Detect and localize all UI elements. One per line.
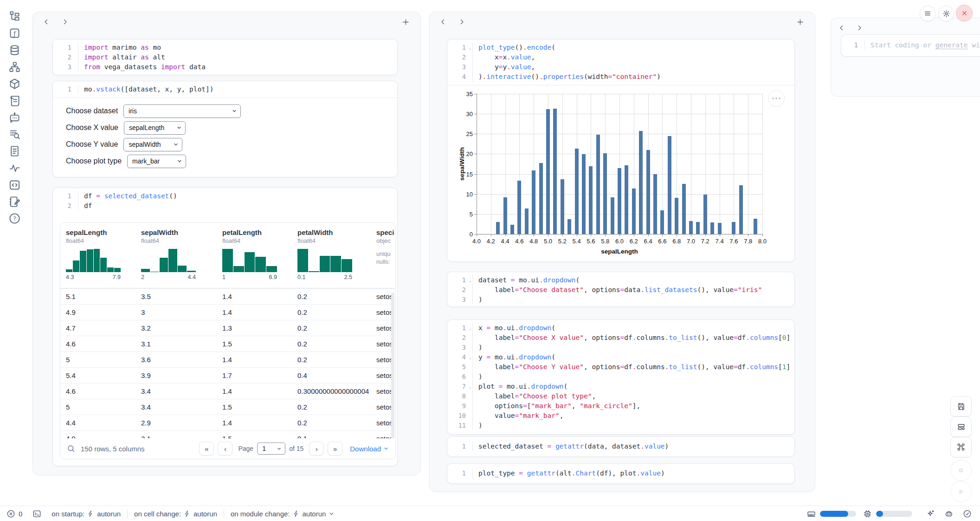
panel-prev-icon[interactable] bbox=[439, 18, 447, 26]
run-icon[interactable] bbox=[950, 481, 972, 502]
code-snippet-icon[interactable] bbox=[8, 179, 21, 191]
add-cell-icon[interactable] bbox=[401, 18, 410, 26]
table-row[interactable]: 5.13.51.40.2setos bbox=[60, 288, 395, 304]
generate-link[interactable]: generate bbox=[935, 41, 968, 49]
chart-bar[interactable] bbox=[668, 136, 671, 234]
table-row[interactable]: 53.41.50.2setos bbox=[60, 399, 395, 415]
table-row[interactable]: 53.61.40.2setos bbox=[60, 352, 395, 367]
code-line[interactable]: 4⌄y = mo.ui.dropdown( bbox=[447, 352, 794, 362]
chart-bar[interactable] bbox=[603, 153, 607, 234]
code-line[interactable]: 2import altair as alt bbox=[53, 52, 397, 62]
chart-bar[interactable] bbox=[589, 166, 593, 234]
search-icon[interactable] bbox=[67, 444, 75, 453]
code-line[interactable]: 1df = selected_dataset() bbox=[53, 191, 397, 201]
chart-bar[interactable] bbox=[517, 181, 521, 234]
chart-bar[interactable] bbox=[618, 168, 621, 234]
code-line[interactable]: 6) bbox=[447, 372, 794, 382]
code-line[interactable]: 11) bbox=[447, 421, 794, 430]
column-header[interactable]: sepalLengthfloat644.37.9 bbox=[60, 223, 135, 288]
table-row[interactable]: 4.63.41.40.30000000000000004setos bbox=[60, 383, 395, 399]
code-line[interactable]: 2 label="Choose X value", options=df.col… bbox=[447, 333, 794, 343]
altair-bar-chart[interactable]: 4.04.24.44.64.85.05.25.45.65.86.06.26.46… bbox=[452, 88, 780, 256]
autorun-setting-1[interactable]: on startup:autorun bbox=[52, 510, 121, 518]
code-line[interactable]: 3) bbox=[447, 343, 794, 352]
tracing-icon[interactable] bbox=[8, 162, 21, 175]
ai-sparkles-icon[interactable] bbox=[926, 509, 935, 518]
dropdown-select-sepalWidth[interactable]: sepalWidth bbox=[123, 138, 182, 151]
chart-bar[interactable] bbox=[567, 219, 571, 234]
chart-bar[interactable] bbox=[561, 179, 564, 234]
chart-bar[interactable] bbox=[553, 109, 557, 234]
autorun-setting-3[interactable]: on module change:autorun bbox=[231, 510, 335, 518]
help-icon[interactable]: ? bbox=[8, 212, 21, 225]
table-row[interactable]: 4.931.40.2setos bbox=[60, 304, 395, 320]
menu-icon[interactable] bbox=[920, 6, 935, 21]
code-line[interactable]: 1import marimo as mo bbox=[53, 43, 397, 52]
code-line[interactable]: 2 x=x.value, bbox=[447, 52, 794, 62]
cell-selected-dataset[interactable]: 1selected_dataset = getattr(data, datase… bbox=[447, 436, 795, 457]
save-icon[interactable] bbox=[950, 396, 972, 417]
chat-bot-icon[interactable] bbox=[8, 111, 21, 124]
table-row[interactable]: 4.63.11.50.2setos bbox=[60, 336, 395, 352]
cell-imports[interactable]: 1import marimo as mo2import altair as al… bbox=[52, 39, 398, 75]
cell-plot-type[interactable]: 1plot_type = getattr(alt.Chart(df), plot… bbox=[447, 463, 795, 484]
code-line[interactable]: 1⌄x = mo.ui.dropdown( bbox=[447, 323, 794, 333]
panel-prev-icon[interactable] bbox=[838, 24, 846, 32]
code-line[interactable]: 4).interactive().properties(width="conta… bbox=[447, 72, 794, 82]
chart-bar[interactable] bbox=[653, 174, 657, 234]
page-select[interactable]: 1 bbox=[257, 443, 285, 455]
copilot-icon[interactable] bbox=[944, 509, 954, 519]
download-button[interactable]: Download bbox=[350, 445, 389, 453]
chart-bar[interactable] bbox=[596, 135, 600, 234]
panel-next-icon[interactable] bbox=[458, 18, 466, 26]
dependency-graph-icon[interactable] bbox=[8, 61, 21, 73]
table-row[interactable]: 5.43.91.70.4setos bbox=[60, 367, 395, 383]
chart-bar[interactable] bbox=[625, 165, 628, 234]
fold-chevron-icon[interactable]: ⌄ bbox=[469, 276, 471, 286]
fold-chevron-icon[interactable]: ⌄ bbox=[469, 324, 471, 333]
chart-bar[interactable] bbox=[739, 185, 743, 234]
database-icon[interactable] bbox=[8, 44, 21, 57]
panel-next-icon[interactable] bbox=[61, 18, 69, 26]
code-line[interactable]: 3) bbox=[447, 295, 794, 305]
column-header[interactable]: speciobjecuniqunulls: bbox=[371, 223, 394, 288]
chart-bar[interactable] bbox=[732, 222, 735, 234]
code-line[interactable]: 9 options=["mark_bar", "mark_circle"], bbox=[447, 401, 794, 411]
chart-bar[interactable] bbox=[696, 222, 700, 234]
code-line[interactable]: 1⌄plot_type().encode( bbox=[447, 43, 794, 52]
chart-bar[interactable] bbox=[510, 225, 514, 234]
chart-actions-menu-icon[interactable] bbox=[768, 90, 785, 107]
chart-bar[interactable] bbox=[546, 109, 550, 234]
stop-icon[interactable] bbox=[950, 460, 972, 481]
code-line[interactable]: 3 y=y.value, bbox=[447, 62, 794, 72]
code-line[interactable]: 1⌄dataset = mo.ui.dropdown( bbox=[447, 275, 794, 285]
chart-bar[interactable] bbox=[718, 223, 722, 234]
next-page-button[interactable]: › bbox=[309, 442, 324, 456]
script-icon[interactable] bbox=[8, 95, 21, 107]
chart-bar[interactable] bbox=[675, 198, 678, 234]
fold-chevron-icon[interactable]: ⌄ bbox=[469, 353, 471, 363]
panel-prev-icon[interactable] bbox=[42, 18, 51, 26]
column-header[interactable]: petalWidthfloat640.12.5 bbox=[292, 223, 371, 288]
close-icon[interactable] bbox=[956, 5, 973, 21]
errors-indicator[interactable]: 0 bbox=[6, 509, 22, 518]
fold-chevron-icon[interactable]: ⌄ bbox=[469, 382, 471, 392]
connection-status-icon[interactable] bbox=[963, 509, 972, 518]
chart-bar[interactable] bbox=[689, 221, 693, 234]
add-cell-icon[interactable] bbox=[796, 18, 805, 26]
scratchpad-placeholder[interactable]: Start coding or generate with bbox=[865, 40, 980, 50]
chart-bar[interactable] bbox=[682, 184, 686, 234]
first-page-button[interactable]: « bbox=[199, 442, 214, 456]
chart-bar[interactable] bbox=[611, 197, 614, 234]
dropdown-select-iris[interactable]: iris bbox=[123, 104, 241, 118]
cell-vstack[interactable]: 1mo.vstack([dataset, x, y, plot]) Choose… bbox=[52, 81, 398, 177]
function-icon[interactable]: ƒ bbox=[8, 27, 21, 39]
chart-bar[interactable] bbox=[503, 197, 507, 234]
chart-bar[interactable] bbox=[496, 222, 500, 234]
fold-chevron-icon[interactable]: ⌄ bbox=[469, 43, 471, 53]
package-icon[interactable] bbox=[8, 78, 21, 90]
table-row[interactable]: 4.42.91.40.2setos bbox=[60, 415, 395, 430]
table-row[interactable]: 4.73.21.30.2setos bbox=[60, 320, 395, 336]
code-line[interactable]: 5 label="Choose Y value", options=df.col… bbox=[447, 362, 794, 372]
chart-bar[interactable] bbox=[525, 208, 529, 234]
